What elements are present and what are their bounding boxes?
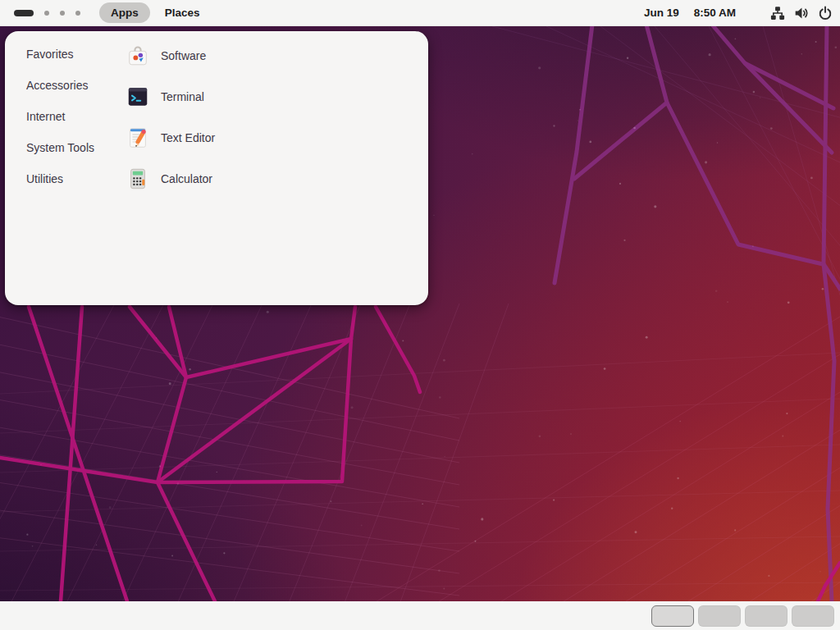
software-app-icon <box>126 43 150 68</box>
workspace-dot[interactable] <box>75 11 80 16</box>
workspace-indicator[interactable] <box>14 10 80 16</box>
network-icon[interactable] <box>770 6 785 21</box>
category-utilities[interactable]: Utilities <box>13 163 113 194</box>
app-label: Software <box>161 49 206 62</box>
app-item-text-editor[interactable]: Text Editor <box>117 117 418 158</box>
clock[interactable]: Jun 19 8:50 AM <box>644 7 736 19</box>
bottom-bar <box>0 601 840 630</box>
top-bar: Apps Places Jun 19 8:50 AM <box>0 0 840 26</box>
category-favorites[interactable]: Favorites <box>13 39 113 70</box>
workspace-switcher <box>651 605 834 627</box>
app-label: Text Editor <box>161 131 215 144</box>
text-editor-app-icon <box>126 126 150 150</box>
places-menu-button[interactable]: Places <box>153 2 212 23</box>
apps-menu-button[interactable]: Apps <box>99 2 150 23</box>
apps-menu-panel: Favorites Accessories Internet System To… <box>5 31 428 305</box>
app-label: Calculator <box>161 172 212 185</box>
app-item-software[interactable]: Software <box>117 35 418 76</box>
app-item-terminal[interactable]: Terminal <box>117 76 418 117</box>
workspace-active-pill[interactable] <box>14 10 34 16</box>
system-status-area[interactable] <box>770 6 833 21</box>
workspace-button-3[interactable] <box>745 605 788 627</box>
volume-icon[interactable] <box>794 6 809 21</box>
power-icon[interactable] <box>818 6 833 21</box>
app-item-calculator[interactable]: Calculator <box>117 158 418 199</box>
calculator-app-icon <box>126 167 150 191</box>
app-label: Terminal <box>161 90 204 103</box>
category-internet[interactable]: Internet <box>13 101 113 132</box>
clock-date: Jun 19 <box>644 7 679 19</box>
workspace-button-1[interactable] <box>651 605 694 627</box>
category-list: Favorites Accessories Internet System To… <box>13 39 113 194</box>
workspace-button-2[interactable] <box>698 605 741 627</box>
category-system-tools[interactable]: System Tools <box>13 132 113 163</box>
app-list: Software Terminal <box>117 35 418 199</box>
desktop: Apps Places Jun 19 8:50 AM <box>0 0 840 630</box>
clock-time: 8:50 AM <box>694 7 736 19</box>
workspace-dot[interactable] <box>60 11 65 16</box>
category-accessories[interactable]: Accessories <box>13 70 113 101</box>
workspace-button-4[interactable] <box>792 605 834 627</box>
terminal-app-icon <box>126 84 150 109</box>
workspace-dot[interactable] <box>44 11 49 16</box>
topbar-right: Jun 19 8:50 AM <box>644 6 840 21</box>
